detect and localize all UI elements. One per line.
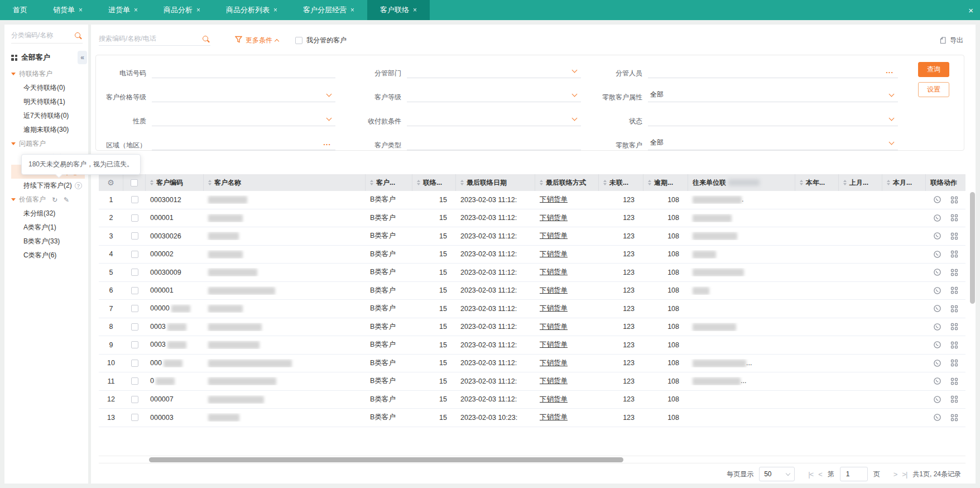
- table-row[interactable]: 11 0 B类客户 15 2023-02-03 11:12: 下销货单 123 …: [99, 372, 965, 391]
- vertical-scrollbar-thumb[interactable]: [970, 192, 975, 304]
- table-row[interactable]: 6 000001 B类客户 15 2023-02-03 11:12: 下销货单 …: [99, 282, 965, 300]
- column-header[interactable]: 客户名称: [204, 174, 366, 191]
- sidebar-item[interactable]: 明天待联络(1): [11, 95, 85, 109]
- table-row[interactable]: 9 0003 B类客户 15 2023-02-03 11:12: 下销货单 12…: [99, 336, 965, 355]
- filter-field-input[interactable]: [407, 137, 581, 150]
- grid-actions-icon[interactable]: [950, 323, 958, 331]
- vertical-scrollbar[interactable]: [970, 192, 975, 429]
- column-header[interactable]: 未联...: [599, 174, 643, 191]
- close-icon[interactable]: ×: [79, 6, 83, 14]
- phone-icon[interactable]: [933, 395, 941, 404]
- row-checkbox[interactable]: [131, 251, 138, 258]
- filter-field-input[interactable]: [407, 65, 581, 78]
- grid-actions-icon[interactable]: [950, 341, 958, 349]
- table-row[interactable]: 3 00030026 B类客户 15 2023-02-03 11:12: 下销货…: [99, 227, 965, 246]
- sidebar-item-all-customers[interactable]: 全部客户 «: [11, 52, 88, 63]
- table-row[interactable]: 7 00000 B类客户 15 2023-02-03 11:12: 下销货单 1…: [99, 300, 965, 318]
- grid-actions-icon[interactable]: [950, 414, 958, 422]
- grid-actions-icon[interactable]: [950, 377, 958, 385]
- row-checkbox[interactable]: [131, 360, 138, 367]
- prev-page-button[interactable]: <: [818, 470, 822, 479]
- gear-icon[interactable]: ⚙: [107, 178, 114, 187]
- column-header[interactable]: 最后联络日期: [456, 174, 535, 191]
- column-header[interactable]: 最后联络方式: [535, 174, 599, 191]
- table-row[interactable]: 4 000002 B类客户 15 2023-02-03 11:12: 下销货单 …: [99, 246, 965, 264]
- close-icon[interactable]: ×: [273, 6, 277, 14]
- method-link[interactable]: 下销货单: [540, 359, 568, 367]
- row-checkbox[interactable]: [131, 396, 138, 403]
- filter-field-input[interactable]: [152, 113, 335, 126]
- row-checkbox[interactable]: [131, 214, 138, 222]
- column-header[interactable]: 联络动作: [926, 174, 965, 191]
- settings-button[interactable]: 设置: [918, 82, 949, 97]
- sidebar-item[interactable]: 逾期未联络(30): [11, 123, 85, 137]
- sidebar-item[interactable]: 持续下滑客户(2) ?: [11, 179, 85, 193]
- row-checkbox[interactable]: [131, 377, 138, 385]
- more-filters-toggle[interactable]: 更多条件: [246, 36, 278, 45]
- page-number-input[interactable]: 1: [840, 467, 868, 481]
- method-link[interactable]: 下销货单: [540, 323, 568, 331]
- table-row[interactable]: 12 000007 B类客户 15 2023-02-03 11:12: 下销货单…: [99, 391, 965, 409]
- filter-field-input[interactable]: [648, 113, 898, 126]
- sidebar-item[interactable]: 今天待联络(0): [11, 81, 85, 95]
- per-page-select[interactable]: 50: [759, 467, 795, 481]
- filter-field-input[interactable]: [152, 65, 335, 78]
- column-header[interactable]: ⚙: [99, 174, 123, 191]
- column-header[interactable]: 客户编码: [146, 174, 204, 191]
- table-row[interactable]: 8 0003 B类客户 15 2023-02-03 11:12: 下销货单 12…: [99, 318, 965, 337]
- table-row[interactable]: 2 000001 B类客户 15 2023-02-03 11:12: 下销货单 …: [99, 209, 965, 228]
- row-checkbox[interactable]: [131, 269, 138, 276]
- grid-actions-icon[interactable]: [950, 269, 958, 276]
- method-link[interactable]: 下销货单: [540, 341, 568, 348]
- grid-actions-icon[interactable]: [950, 395, 958, 403]
- table-row[interactable]: 5 00030009 B类客户 15 2023-02-03 11:12: 下销货…: [99, 264, 965, 282]
- sidebar-group[interactable]: 问题客户: [11, 137, 88, 151]
- column-header[interactable]: 往来单位联: [688, 174, 795, 191]
- row-checkbox[interactable]: [131, 305, 138, 312]
- phone-icon[interactable]: [933, 377, 941, 385]
- row-checkbox[interactable]: [131, 232, 138, 240]
- column-header[interactable]: 本年...: [795, 174, 839, 191]
- sidebar-group[interactable]: 价值客户 ↻ ✎: [11, 193, 88, 207]
- phone-icon[interactable]: [933, 359, 941, 367]
- filter-field-input[interactable]: [152, 89, 335, 102]
- horizontal-scrollbar-thumb[interactable]: [149, 457, 623, 462]
- method-link[interactable]: 下销货单: [540, 304, 568, 312]
- export-button[interactable]: 导出: [940, 36, 963, 45]
- column-header[interactable]: 联络...: [412, 174, 456, 191]
- close-icon[interactable]: ×: [196, 6, 200, 14]
- column-header[interactable]: 逾期...: [643, 174, 688, 191]
- filter-field-input[interactable]: ...: [648, 65, 898, 78]
- phone-icon[interactable]: [933, 304, 941, 313]
- method-link[interactable]: 下销货单: [540, 232, 568, 240]
- method-link[interactable]: 下销货单: [540, 268, 568, 276]
- tab[interactable]: 销货单 ×: [40, 0, 95, 20]
- refresh-icon[interactable]: ↻: [52, 196, 57, 204]
- grid-actions-icon[interactable]: [950, 305, 958, 313]
- method-link[interactable]: 下销货单: [540, 250, 568, 258]
- column-header[interactable]: 客户...: [366, 174, 412, 191]
- filter-field-input[interactable]: [407, 89, 581, 102]
- tab[interactable]: 商品分析 ×: [151, 0, 213, 20]
- tab[interactable]: 客户分层经营 ×: [290, 0, 367, 20]
- phone-icon[interactable]: [933, 341, 941, 349]
- row-checkbox[interactable]: [131, 341, 138, 348]
- close-icon[interactable]: ×: [968, 0, 973, 20]
- main-search-input[interactable]: [99, 35, 203, 42]
- phone-icon[interactable]: [933, 195, 941, 204]
- search-icon[interactable]: [75, 32, 80, 38]
- next-page-button[interactable]: >: [893, 470, 897, 479]
- row-checkbox[interactable]: [131, 414, 138, 421]
- phone-icon[interactable]: [933, 214, 941, 222]
- phone-icon[interactable]: [933, 286, 941, 295]
- grid-actions-icon[interactable]: [950, 232, 958, 240]
- method-link[interactable]: 下销货单: [540, 195, 568, 203]
- tab[interactable]: 首页: [0, 0, 40, 20]
- table-row[interactable]: 10 000 B类客户 15 2023-02-03 11:12: 下销货单 12…: [99, 355, 965, 373]
- method-link[interactable]: 下销货单: [540, 214, 568, 222]
- sidebar-item[interactable]: 近7天待联络(0): [11, 109, 85, 123]
- grid-actions-icon[interactable]: [950, 214, 958, 222]
- column-header[interactable]: 本月...: [882, 174, 926, 191]
- table-row[interactable]: 13 000003 B类客户 15 2023-02-03 10:23: 下销货单…: [99, 409, 965, 427]
- phone-icon[interactable]: [933, 413, 941, 422]
